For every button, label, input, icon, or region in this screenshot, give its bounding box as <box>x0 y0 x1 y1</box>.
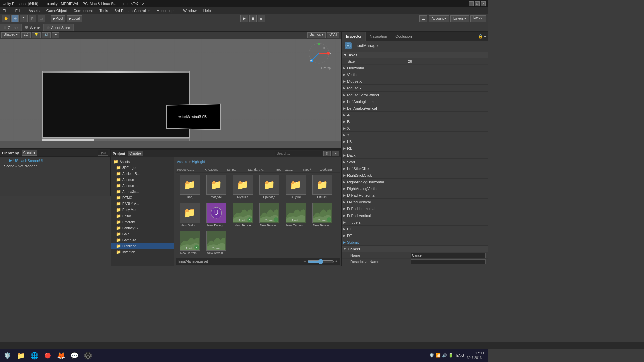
menu-gameobject[interactable]: GameObject <box>45 8 68 13</box>
axis-right-stick[interactable]: ▶ RightStickClick <box>342 172 488 179</box>
tab-game[interactable]: Game <box>0 24 21 31</box>
rotate-tool[interactable]: ↻ <box>20 15 28 22</box>
axis-triggers[interactable]: ▶ Triggers <box>342 219 488 226</box>
rect-tool[interactable]: ▭ <box>38 15 45 22</box>
axis-start[interactable]: ▶ Start <box>342 159 488 165</box>
folder-aperture2[interactable]: 📁 Aperture... <box>111 183 174 189</box>
scene-content[interactable]: Y X Z < Persp 3D Starter Window <box>0 39 341 141</box>
axis-right-analog-h[interactable]: ▶ RightAnalogHorizontal <box>342 179 488 185</box>
menu-mobile[interactable]: Mobile Input <box>155 8 178 13</box>
axis-horizontal[interactable]: ▶ Horizontal <box>342 65 488 71</box>
axis-dpad-h2[interactable]: ▶ D-Pad Horizontal <box>342 205 488 212</box>
close-button[interactable]: ✕ <box>481 1 486 6</box>
shaded-mode-button[interactable]: Shaded ▾ <box>1 32 20 38</box>
axis-dpad-h1[interactable]: ▶ D-Pad Horizontal <box>342 192 488 199</box>
menu-help[interactable]: Help <box>202 8 212 13</box>
folder-emerald[interactable]: 📁 Emerald <box>111 219 174 225</box>
axis-cancel[interactable]: ▼ Cancel <box>342 246 488 252</box>
axis-left-analog-h[interactable]: ▶ LeftAnalogHorizontal <box>342 98 488 105</box>
layers-button[interactable]: Layers ▾ <box>450 15 469 22</box>
cancel-name-input[interactable] <box>411 253 486 258</box>
asset-siniki[interactable]: 📁 Синики <box>310 174 335 201</box>
folder-demo[interactable]: 📁 DEMO <box>111 195 174 201</box>
menu-edit[interactable]: Edit <box>14 8 23 13</box>
tab-asset-store[interactable]: Asset Store <box>43 24 74 31</box>
minimize-button[interactable]: ─ <box>469 1 474 6</box>
axis-dpad-v2[interactable]: ▶ D-Pad Vertical <box>342 212 488 219</box>
axis-y[interactable]: ▶ Y <box>342 132 488 138</box>
folder-gaia[interactable]: 📁 Gaia <box>111 231 174 237</box>
tab-inspector[interactable]: Inspector <box>342 32 366 41</box>
folder-early[interactable]: 📁 EARLY A... <box>111 201 174 207</box>
account-button[interactable]: Account ▾ <box>429 15 449 22</box>
restore-button[interactable]: □ <box>475 1 480 6</box>
axis-mouse-y[interactable]: ▶ Mouse Y <box>342 85 488 92</box>
effects-button[interactable]: ✦ <box>52 32 59 38</box>
scale-tool[interactable]: ⇱ <box>29 15 36 22</box>
gizmos-button[interactable]: Gizmos ▾ <box>307 32 326 38</box>
hand-tool[interactable]: ✋ <box>2 15 10 22</box>
project-settings-btn[interactable]: ⚙ <box>323 151 331 156</box>
asset-terrain-5[interactable]: Terrain T New Terrain... <box>177 230 202 257</box>
cancel-descname-input[interactable] <box>411 259 486 264</box>
axis-x[interactable]: ▶ X <box>342 125 488 132</box>
folder-highlight[interactable]: 📁 Highlight <box>111 243 174 249</box>
asset-terrain-3[interactable]: Terrain New Terrain... <box>283 202 308 229</box>
axis-mouse-x[interactable]: ▶ Mouse X <box>342 78 488 85</box>
asset-terrain-2[interactable]: Terrain T New Terrain... <box>257 202 282 229</box>
folder-ancient[interactable]: 📁 Ancient B... <box>111 171 174 177</box>
asset-muzyka[interactable]: 📁 Музыка <box>230 174 255 201</box>
axis-dpad-v1[interactable]: ▶ D-Pad Vertical <box>342 199 488 205</box>
project-toggle-btn[interactable]: ≡ <box>332 151 339 156</box>
pivot-button[interactable]: ▶ Pivot <box>51 15 65 22</box>
asset-zoom-slider[interactable] <box>307 260 334 263</box>
layout-button[interactable]: Layout <box>470 15 486 22</box>
axis-rb[interactable]: ▶ RB <box>342 145 488 152</box>
axis-left-analog-v[interactable]: ▶ LeftAnalogVertical <box>342 105 488 112</box>
tab-occlusion[interactable]: Occlusion <box>391 32 416 41</box>
axis-left-stick[interactable]: ▶ LeftStickClick <box>342 165 488 172</box>
asset-terrain-4[interactable]: Terrain T New Terrain... <box>310 202 335 229</box>
menu-tools[interactable]: Tools <box>98 8 109 13</box>
asset-modeli[interactable]: 📁 Модели <box>204 174 229 201</box>
cloud-button[interactable]: ☁ <box>419 15 427 22</box>
folder-aperture[interactable]: 📁 Aperture <box>111 177 174 183</box>
axis-rt[interactable]: ▶ RT <box>342 232 488 239</box>
axis-a[interactable]: ▶ A <box>342 112 488 118</box>
folder-editor[interactable]: 📁 Editor <box>111 213 174 219</box>
tab-scene[interactable]: Scene <box>21 24 43 31</box>
axis-right-analog-v[interactable]: ▶ RightAnalogVertical <box>342 185 488 192</box>
folder-assets[interactable]: 📁 Assets <box>111 159 174 165</box>
step-button[interactable]: ⏭ <box>258 15 265 22</box>
menu-assets[interactable]: Assets <box>27 8 41 13</box>
lock-icon[interactable]: 🔒 <box>478 34 483 39</box>
axis-back[interactable]: ▶ Back <box>342 152 488 159</box>
axis-b[interactable]: ▶ B <box>342 118 488 125</box>
axis-mouse-scroll[interactable]: ▶ Mouse ScrollWheel <box>342 92 488 98</box>
axis-submit[interactable]: ▶ Submit <box>342 239 488 246</box>
hierarchy-create-button[interactable]: Create ▾ <box>22 150 37 156</box>
play-button[interactable]: ▶ <box>240 15 248 22</box>
folder-inventor[interactable]: 📁 Inventor... <box>111 249 174 255</box>
menu-component[interactable]: Component <box>72 8 94 13</box>
menu-3rdperson[interactable]: 3rd Person Controller <box>113 8 151 13</box>
project-search-input[interactable] <box>275 151 322 156</box>
folder-gameja[interactable]: 📁 Game Ja... <box>111 237 174 243</box>
cancel-descneg-input[interactable] <box>411 266 486 266</box>
hierarchy-item-splash[interactable]: ▶ USplashScreenUI <box>3 158 107 163</box>
menu-icon[interactable]: ≡ <box>484 34 486 38</box>
audio-button[interactable]: 🔊 <box>42 32 51 38</box>
axes-section-header[interactable]: ▼ Axes <box>342 52 488 58</box>
local-button[interactable]: ▶ Local <box>67 15 82 22</box>
asset-new-dialog-folder[interactable]: 📁 New Dialog... <box>177 202 202 229</box>
pause-button[interactable]: ⏸ <box>249 15 257 22</box>
tab-navigation[interactable]: Navigation <box>366 32 391 41</box>
menu-window[interactable]: Window <box>182 8 198 13</box>
asset-terrain-1[interactable]: Terrain T New Terrain <box>230 202 255 229</box>
2d-mode-button[interactable]: 2D <box>21 32 31 38</box>
lighting-button[interactable]: 💡 <box>32 32 41 38</box>
axis-lt[interactable]: ▶ LT <box>342 226 488 232</box>
folder-fantasy[interactable]: 📁 Fantasy G... <box>111 225 174 231</box>
folder-3dforge[interactable]: 📁 3DForge <box>111 165 174 171</box>
asset-priroda[interactable]: 📁 Природа <box>257 174 282 201</box>
